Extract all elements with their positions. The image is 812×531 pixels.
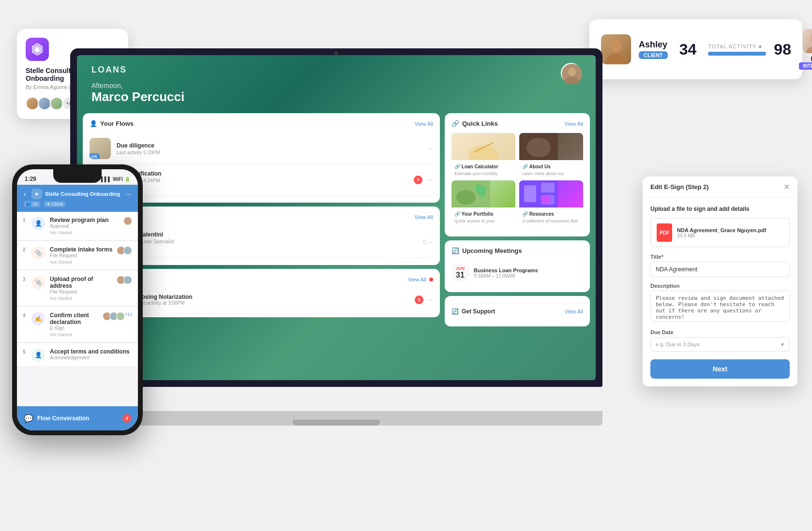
role-icon: ★	[46, 202, 50, 206]
step-info-1: Review program plan Approval Not Started	[50, 217, 123, 235]
member-name-1: Jessica Valentini	[117, 231, 423, 238]
due-date-select-wrapper: e.g. Due in 3 Days Due in 1 Day Due in 7…	[650, 337, 790, 352]
avatar-1	[26, 97, 39, 110]
due-date-field: Due Date e.g. Due in 3 Days Due in 1 Day…	[650, 329, 790, 352]
svg-point-3	[610, 40, 622, 52]
description-label: Description	[650, 283, 790, 289]
flows-title: 👤 Your Flows	[90, 120, 134, 127]
flow-name-2: Risk verification	[117, 170, 414, 177]
title-label: Title*	[650, 254, 790, 260]
ql-grid: 🔗 Loan Calculator Estimate your monthly …	[451, 133, 583, 224]
step-type-5: Acknowledgement	[50, 355, 132, 360]
meeting-day-1: 31	[455, 271, 465, 280]
step-info-5: Accept terms and conditions Acknowledgem…	[50, 348, 132, 360]
wifi-icon: WiFi	[113, 177, 123, 182]
phone-bottom-bar[interactable]: 💬 Flow Conversation 3	[17, 406, 138, 430]
assignee-1-1	[123, 217, 132, 225]
phone-app-icon: ❖	[31, 189, 42, 199]
user1-badge: CLIENT	[639, 51, 668, 59]
svg-point-6	[806, 46, 812, 53]
laptop: LOANS Afternoon, Marco Percucci	[70, 48, 602, 426]
next-button[interactable]: Next	[650, 359, 790, 379]
step-type-2: File Request	[50, 253, 117, 258]
svg-rect-24	[541, 183, 555, 192]
step-num-2: 2	[23, 246, 31, 252]
phone-app-name: Stelle Consulting Onboarding	[45, 191, 120, 197]
meeting-info-1: Business Loan Programs 9:30AM – 11:00AM	[474, 267, 538, 279]
flows-icon: 👤	[90, 120, 97, 127]
step-icon-3: 📎	[31, 276, 45, 289]
total-label: TOTAL ACTIVITY	[708, 44, 756, 49]
ql-loan-desc: Estimate your monthly payments	[451, 171, 515, 177]
phone-header: ‹ ❖ Stelle Consulting Onboarding ··· 👥 2…	[17, 185, 138, 212]
step-type-3: File Request	[50, 289, 117, 295]
step-extra-4: +12	[125, 312, 132, 321]
ql-loan-calc[interactable]: 🔗 Loan Calculator Estimate your monthly …	[451, 133, 515, 177]
back-button[interactable]: ‹	[24, 190, 26, 198]
member-arrow-1: →	[426, 238, 433, 246]
step-assignees-1	[123, 217, 132, 225]
due-date-label: Due Date	[650, 329, 790, 335]
step-5[interactable]: 5 👤 Accept terms and conditions Acknowle…	[17, 343, 138, 367]
step-status-4: Not Started	[50, 332, 103, 337]
user1-name: Ashley	[639, 40, 668, 50]
signal-icon: ▌▌▌	[101, 177, 111, 182]
modal-file: PDF NDA Agreement_Grace Nguyen.pdf 34.5 …	[650, 218, 790, 247]
member-notif-1: 0	[423, 239, 426, 246]
projects-view-all[interactable]: View All	[408, 277, 426, 282]
meetings-header: 🔄 Upcoming Meetings	[451, 247, 583, 254]
team-view-all[interactable]: View All	[415, 214, 433, 220]
activity-total-section: TOTAL ACTIVITY ●	[708, 43, 766, 56]
step-1[interactable]: 1 👤 Review program plan Approval Not Sta…	[17, 212, 138, 240]
meeting-month-1: JUN	[455, 266, 465, 271]
support-view-all[interactable]: View All	[565, 309, 583, 314]
due-date-select[interactable]: e.g. Due in 3 Days Due in 1 Day Due in 7…	[650, 337, 790, 352]
activity-progress-bar	[708, 52, 766, 56]
loans-title: LOANS	[91, 65, 581, 75]
ql-portfolio-label: 🔗 Your Portfolio	[451, 209, 515, 219]
ql-portfolio[interactable]: 🔗 Your Portfolio Quick access to your in…	[451, 180, 515, 224]
laptop-base	[70, 411, 602, 426]
menu-dots-button[interactable]: ···	[125, 190, 131, 198]
meeting-item-1[interactable]: JUN 31 Business Loan Programs 9:30AM – 1…	[451, 260, 583, 285]
description-textarea[interactable]: Please review and sign document attached…	[650, 291, 790, 322]
phone-header-info: 👥 24 ★ Client	[24, 201, 131, 207]
phone-count: 24	[33, 202, 38, 206]
step-type-4: E-Sign	[50, 325, 103, 331]
step-info-3: Upload proof of address File Request Not…	[50, 276, 117, 301]
flow-item-1[interactable]: 1/5 Due diligence Last activity 5:20PM →	[90, 133, 433, 164]
project-info-1: Closing Notarization Last activity at 3:…	[136, 294, 415, 306]
flow-info-2: Risk verification Last activity 4:24PM ●…	[117, 170, 414, 190]
ql-resources[interactable]: 🔗 Resources A collection of resources th…	[519, 180, 583, 224]
project-name-1: Closing Notarization	[136, 294, 415, 300]
step-assignees-3	[117, 276, 132, 284]
step-2[interactable]: 2 📎 Complete intake forms File Request N…	[17, 241, 138, 270]
support-section: 🔄 Get Support View All	[451, 303, 583, 320]
step-status-1: Not Started	[50, 230, 123, 235]
step-4[interactable]: 4 ✍ Confirm client declaration E-Sign No…	[17, 307, 138, 342]
step-num-3: 3	[23, 276, 31, 282]
svg-point-5	[810, 33, 812, 44]
esign-modal: Edit E-Sign (Step 2) ✕ Upload a file to …	[643, 177, 797, 386]
step-info-4: Confirm client declaration E-Sign Not St…	[50, 312, 103, 337]
step-3[interactable]: 3 📎 Upload proof of address File Request…	[17, 271, 138, 306]
chat-badge: 3	[122, 414, 131, 423]
title-input[interactable]	[650, 262, 790, 277]
step-name-3: Upload proof of address	[50, 276, 117, 289]
modal-close-button[interactable]: ✕	[783, 182, 790, 192]
meeting-date-1: JUN 31	[451, 264, 469, 281]
phone-time: 1:29	[25, 176, 36, 182]
ql-about[interactable]: 🔗 About Us Learn more about our company.	[519, 133, 583, 177]
step-num-5: 5	[23, 348, 31, 354]
file-icon: PDF	[657, 223, 672, 242]
phone-steps-list: 1 👤 Review program plan Approval Not Sta…	[17, 212, 138, 415]
project-arrow-1: →	[426, 296, 433, 304]
laptop-screen: LOANS Afternoon, Marco Percucci	[77, 55, 596, 380]
flows-view-all[interactable]: View All	[415, 121, 433, 127]
meetings-icon: 🔄	[451, 247, 459, 254]
phone-count-badge: 👥 24	[24, 201, 40, 207]
ql-view-all[interactable]: View All	[565, 121, 583, 127]
laptop-base-notch	[293, 420, 380, 426]
screen-header: LOANS	[77, 55, 596, 80]
flow-arrow-2: →	[426, 176, 433, 184]
